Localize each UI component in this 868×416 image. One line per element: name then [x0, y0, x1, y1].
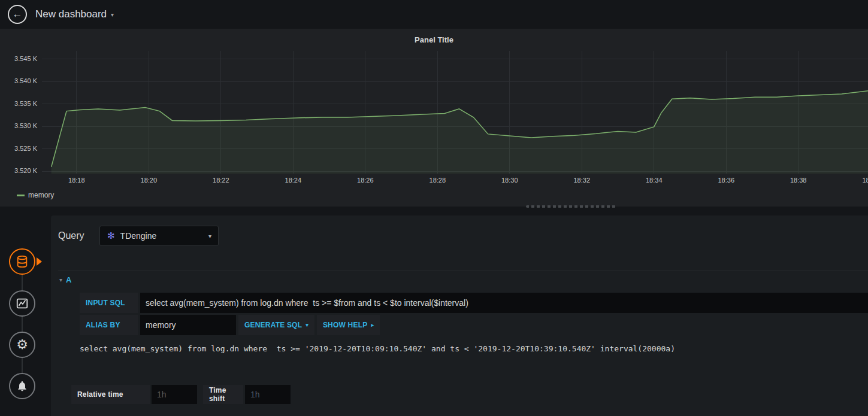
back-button[interactable]: ←	[8, 5, 27, 24]
collapse-caret-icon[interactable]: ▾	[59, 277, 62, 283]
bell-icon	[16, 380, 28, 392]
alias-by-label: ALIAS BY	[80, 315, 138, 335]
sidebar-tab-general[interactable]: ⚙︎	[9, 332, 35, 358]
input-sql-field[interactable]	[140, 293, 868, 313]
time-options-row: Relative time Time shift	[71, 385, 291, 404]
x-axis-tick: 18:24	[285, 177, 302, 184]
x-axis-tick: 18:34	[646, 177, 663, 184]
tabs-connector-line	[22, 262, 23, 386]
legend-series-label[interactable]: memory	[28, 191, 54, 199]
generate-sql-button-label: GENERATE SQL	[244, 321, 302, 329]
query-editor: Query ✻ TDengine ▾ ▾ A INPUT SQL ALIAS B…	[51, 215, 868, 416]
alias-by-field[interactable]	[140, 315, 236, 335]
x-axis-tick: 18:22	[213, 177, 229, 184]
panel-title[interactable]: Panel Title	[0, 35, 868, 44]
x-axis-tick: 18:40	[862, 177, 868, 184]
generated-sql-text: select avg(mem_system) from log.dn where…	[80, 344, 862, 353]
show-help-button[interactable]: SHOW HELP ▸	[317, 315, 380, 335]
x-axis-tick: 18:28	[430, 177, 446, 184]
datasource-name: TDengine	[120, 231, 157, 241]
input-sql-row: INPUT SQL	[80, 293, 868, 313]
dashboard-title[interactable]: New dashboard	[35, 8, 107, 20]
top-navbar: ← New dashboard ▾	[0, 0, 868, 29]
query-ref-id[interactable]: A	[66, 275, 71, 284]
time-series-chart[interactable]	[42, 51, 868, 174]
back-arrow-icon: ←	[13, 8, 23, 20]
gear-icon: ⚙︎	[16, 338, 28, 351]
graph-panel: Panel Title 3.545 K3.540 K3.535 K3.530 K…	[0, 29, 868, 207]
x-axis-tick: 18:36	[718, 177, 734, 184]
alias-by-row: ALIAS BY GENERATE SQL ▾ SHOW HELP ▸	[80, 315, 380, 335]
grafana-edit-panel-screen: ← New dashboard ▾ Panel Title 3.545 K3.5…	[0, 0, 868, 416]
database-icon	[16, 255, 29, 268]
y-axis-tick: 3.530 K	[0, 122, 37, 129]
time-shift-label: Time shift	[203, 385, 243, 404]
datasource-picker[interactable]: ✻ TDengine ▾	[99, 226, 219, 246]
chevron-down-icon: ▾	[306, 322, 309, 328]
sidebar-tab-visualization[interactable]	[9, 290, 35, 317]
query-divider	[58, 271, 868, 271]
x-axis-tick: 18:38	[790, 177, 807, 184]
y-axis-tick: 3.520 K	[0, 167, 37, 174]
chevron-down-icon: ▾	[208, 233, 211, 239]
sidebar-tab-alert[interactable]	[9, 373, 35, 399]
y-axis-tick: 3.540 K	[0, 77, 37, 84]
input-sql-label: INPUT SQL	[80, 293, 138, 313]
show-help-button-label: SHOW HELP	[323, 321, 367, 329]
panel-scroll-indicator[interactable]	[526, 205, 616, 208]
x-axis-tick: 18:30	[501, 177, 518, 184]
relative-time-field[interactable]	[152, 385, 197, 404]
time-shift-field[interactable]	[245, 385, 291, 404]
legend: memory	[17, 191, 54, 199]
chevron-right-icon: ▸	[371, 322, 374, 328]
x-axis-tick: 18:26	[357, 177, 374, 184]
active-tab-arrow-icon	[37, 257, 42, 266]
y-axis-tick: 3.525 K	[0, 145, 37, 152]
legend-series-color-icon	[17, 195, 25, 196]
y-axis-tick: 3.545 K	[0, 55, 37, 62]
tdengine-logo-icon: ✻	[107, 230, 115, 241]
x-axis-tick: 18:18	[68, 177, 85, 184]
query-section-label: Query	[58, 230, 84, 241]
generate-sql-button[interactable]: GENERATE SQL ▾	[238, 315, 314, 335]
chart-icon	[16, 297, 29, 310]
x-axis-tick: 18:32	[573, 177, 590, 184]
relative-time-label: Relative time	[71, 385, 150, 404]
y-axis-tick: 3.535 K	[0, 100, 37, 107]
chevron-down-icon[interactable]: ▾	[111, 11, 114, 18]
sidebar-tab-queries[interactable]	[9, 248, 35, 275]
query-ref-row[interactable]: ▾ A	[59, 275, 71, 284]
x-axis-tick: 18:20	[141, 177, 158, 184]
